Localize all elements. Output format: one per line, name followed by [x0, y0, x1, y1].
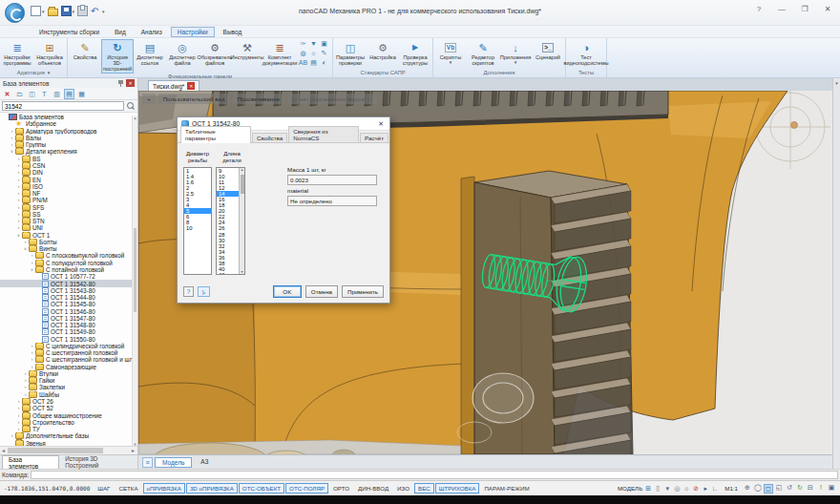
tree-item[interactable]: Строительство	[0, 419, 137, 426]
tree-item[interactable]: Арматура трубопроводов	[0, 128, 137, 135]
tree-item[interactable]: ТУ	[0, 426, 137, 432]
open-file-icon[interactable]	[48, 7, 58, 16]
command-input[interactable]	[31, 471, 838, 479]
file-manager-button[interactable]: Диспетчер файла	[166, 39, 199, 68]
expand-arrow-icon[interactable]	[15, 419, 22, 426]
tree-item[interactable]: С плосковыпуклой головкой	[0, 252, 137, 259]
status-toggle[interactable]: оПРИВЯЗКА	[143, 483, 185, 494]
maximize-button[interactable]: ❐	[798, 5, 811, 13]
tree-item[interactable]: Шайбы	[0, 391, 137, 398]
pan-icon[interactable]: ⊕	[743, 484, 752, 494]
tree-item[interactable]: ОСТ 1	[0, 232, 137, 239]
search-icon[interactable]	[125, 101, 136, 111]
tree-item[interactable]: С цилиндрической головкой	[0, 343, 137, 349]
spellcheck-icon[interactable]: АВ	[298, 58, 308, 68]
dropdown-caret-icon[interactable]: ▾	[73, 9, 75, 14]
expand-arrow-icon[interactable]	[22, 391, 29, 398]
expand-arrow-icon[interactable]	[15, 183, 22, 190]
dialog-tab[interactable]: Табличные параметры	[180, 126, 251, 143]
expand-arrow-icon[interactable]	[29, 343, 35, 349]
expand-arrow-icon[interactable]	[9, 432, 15, 439]
tree-item[interactable]: ОСТ 1 31550-80	[0, 336, 137, 343]
expand-arrow-icon[interactable]	[29, 252, 35, 259]
expand-arrow-icon[interactable]	[15, 204, 22, 211]
panel-tab[interactable]: История 3D Построений	[59, 455, 137, 469]
expand-arrow-icon[interactable]	[29, 364, 35, 370]
tree-item[interactable]: SS	[0, 211, 137, 218]
filter-grid-icon[interactable]: ▦	[76, 89, 87, 99]
status-toggle[interactable]: СЕТКА	[115, 483, 141, 494]
expand-arrow-icon[interactable]	[15, 177, 22, 183]
tree-vertical-scrollbar[interactable]: ▲▼	[132, 116, 137, 448]
tree-item[interactable]: С шестигранной головкой	[0, 349, 137, 356]
dialog-tab[interactable]: Сведения из NormaCS	[288, 126, 359, 142]
edit-icon[interactable]: ✎	[319, 49, 329, 58]
tree-item[interactable]: Дополнительные базы	[0, 432, 137, 439]
layouts-icon[interactable]: ⊟	[806, 484, 815, 494]
ribbon-tab[interactable]: Анализ	[135, 27, 169, 37]
tree-item[interactable]: STN	[0, 218, 137, 224]
expand-arrow-icon[interactable]	[15, 190, 22, 197]
status-toggle[interactable]: ИЗО	[393, 483, 413, 494]
app-logo-icon[interactable]	[5, 3, 25, 23]
panels-icon[interactable]: ▤	[64, 89, 74, 99]
cancel-button[interactable]: Отмена	[305, 285, 338, 298]
delete-icon[interactable]: ✕	[2, 89, 12, 99]
objects-settings-button[interactable]: Настройка объектов	[33, 39, 66, 68]
orbit-icon[interactable]: ↺	[785, 484, 794, 494]
ruler-icon[interactable]: ∟	[710, 485, 720, 493]
sapr-settings-button[interactable]: Настройка	[367, 39, 399, 62]
panel-close-icon[interactable]: ✕	[126, 79, 135, 87]
document-close-icon[interactable]: ✕	[187, 82, 195, 90]
tree-item[interactable]: Общее машиностроение	[0, 411, 137, 418]
add-view-button[interactable]: +	[142, 94, 156, 104]
minimize-button[interactable]: —	[775, 5, 788, 13]
document-tab[interactable]: Тиски.dwg* ✕	[148, 80, 200, 91]
status-toggle[interactable]: ОРТО	[329, 483, 353, 494]
help-button[interactable]: ?	[752, 5, 766, 13]
tree-item[interactable]: Втулки	[0, 370, 137, 377]
tree-item[interactable]: Гайки	[0, 377, 137, 384]
expand-arrow-icon[interactable]	[15, 218, 22, 224]
palette-icon[interactable]: ◍	[298, 49, 308, 58]
disable-icon[interactable]: ⊘	[691, 485, 701, 493]
tree-item[interactable]: Детали крепления	[0, 148, 137, 155]
expand-arrow-icon[interactable]	[22, 370, 29, 377]
expand-arrow-icon[interactable]	[9, 148, 15, 155]
dialog-tab[interactable]: Расчёт	[360, 133, 388, 142]
expand-arrow-icon[interactable]	[29, 260, 35, 266]
tree-item[interactable]: База элементов	[0, 114, 137, 120]
xray-button[interactable]: Просвечивание	[233, 94, 285, 104]
apply-button[interactable]: Применить	[342, 285, 384, 298]
expand-arrow-icon[interactable]	[22, 377, 29, 384]
expand-arrow-icon[interactable]	[29, 356, 35, 363]
tree-item[interactable]: ОСТ 1 31549-80	[0, 328, 137, 335]
expand-arrow-icon[interactable]	[15, 169, 22, 176]
tree-item[interactable]: ОСТ 1 31542-80	[0, 280, 137, 286]
notifications-icon[interactable]: !	[816, 484, 826, 494]
tree-item[interactable]: SFS	[0, 203, 137, 210]
tree-item[interactable]: BS	[0, 156, 137, 162]
status-toggle[interactable]: ОТС-ПОЛЯР	[285, 483, 328, 494]
tree-item[interactable]: ОСТ 1 31545-80	[0, 301, 137, 307]
ribbon-tab[interactable]: Настройки	[171, 27, 215, 37]
saved-views-button[interactable]: --- нет сохраненных видов ---	[287, 94, 377, 104]
check-structure-button[interactable]: Проверка структуры	[399, 39, 431, 68]
expand-arrow-icon[interactable]	[15, 197, 22, 203]
expand-arrow-icon[interactable]	[15, 162, 22, 169]
status-toggle[interactable]: ВЕС	[414, 483, 434, 494]
tree-item[interactable]: Валы	[0, 135, 137, 141]
tools-button[interactable]: Инструменты	[231, 39, 263, 62]
filter-icon[interactable]: ▼	[308, 39, 319, 49]
tree-item[interactable]: EN	[0, 176, 137, 182]
tree-item[interactable]: ОСТ 52	[0, 405, 137, 411]
annotation-scale[interactable]: М1:1	[724, 485, 738, 492]
status-toggle[interactable]: ОТС-ОБЪЕКТ	[239, 483, 284, 494]
scripts-button[interactable]: Скрипты ▾	[434, 39, 467, 67]
ok-button[interactable]: OK	[273, 285, 302, 298]
mass-value-field[interactable]: 0.0023	[287, 175, 377, 185]
book-icon[interactable]: ▤	[308, 58, 319, 68]
expand-arrow-icon[interactable]	[15, 398, 22, 405]
tree-item[interactable]: ОСТ 1 31544-80	[0, 294, 137, 301]
sheet-menu-icon[interactable]: ≡	[142, 457, 153, 468]
